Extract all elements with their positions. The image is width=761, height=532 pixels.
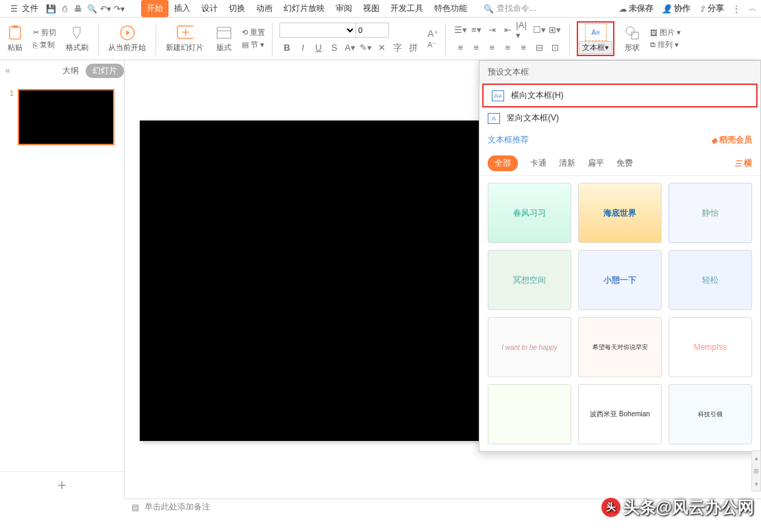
bullets-button[interactable]: ☰▾ (453, 23, 468, 38)
line-spacing-button[interactable]: |A|▾ (516, 23, 531, 38)
indent-inc-button[interactable]: ⇥ (484, 23, 499, 38)
reset-button[interactable]: ⟲重置 (242, 27, 265, 38)
separator (155, 23, 156, 55)
tab-review[interactable]: 审阅 (330, 0, 358, 17)
textbox-icon: A≡ (585, 23, 607, 41)
filter-fresh[interactable]: 清新 (559, 157, 575, 169)
add-slide-button[interactable]: + (0, 471, 124, 498)
highlight-button[interactable]: ✎▾ (358, 40, 373, 55)
save-status[interactable]: ☁未保存 (619, 3, 653, 14)
layout-button[interactable]: 版式 (213, 25, 235, 53)
docer-badge[interactable]: ◆稻壳会员 (711, 134, 752, 146)
template-card[interactable]: 小憩一下 (578, 250, 662, 310)
paste-group[interactable]: 粘贴 (4, 25, 26, 53)
share[interactable]: ⇪分享 (699, 3, 724, 14)
template-card[interactable]: 轻松 (669, 250, 752, 310)
find-icon[interactable]: 🔍 (86, 3, 97, 14)
underline-button[interactable]: U (311, 40, 326, 55)
font-size-input[interactable] (356, 23, 389, 38)
valign-button[interactable]: ⊟ (532, 40, 547, 55)
tab-start[interactable]: 开始 (141, 0, 169, 17)
font-family-select[interactable] (279, 23, 356, 38)
tab-slideshow[interactable]: 幻灯片放映 (278, 0, 330, 17)
image-button[interactable]: 🖼图片▾ (650, 27, 681, 38)
filter-cartoon[interactable]: 卡通 (530, 157, 547, 169)
phonetic-button[interactable]: 拼 (406, 40, 421, 55)
undo-icon[interactable]: ↶▾ (100, 3, 111, 14)
template-card[interactable]: 春风习习 (488, 183, 571, 243)
textbox-button-highlighted[interactable]: A≡ 文本框▾ (577, 21, 614, 56)
numbering-button[interactable]: ≡▾ (469, 23, 484, 38)
collapse-ribbon-icon[interactable]: ︿ (749, 3, 757, 14)
horizontal-textbox-option[interactable]: A≡ 横向文本框(H) (482, 84, 758, 107)
template-card[interactable]: 希望每天对你说早安 (578, 317, 662, 377)
tab-outline[interactable]: 大纲 (62, 65, 79, 77)
print-preview-icon[interactable]: ⎙ (59, 3, 70, 14)
template-card[interactable]: Memphis (669, 317, 752, 377)
template-card[interactable]: 海底世界 (578, 183, 662, 243)
filter-free[interactable]: 免费 (616, 157, 633, 169)
shape-button[interactable]: 形状 (621, 25, 643, 53)
rtl-button[interactable]: ⊡ (547, 40, 562, 55)
template-card[interactable]: 波西米亚 Bohemian (578, 384, 662, 444)
sidetool-up-icon[interactable]: ▴ (755, 455, 758, 461)
new-slide[interactable]: 新建幻灯片 (163, 25, 206, 53)
bold-button[interactable]: B (279, 40, 295, 55)
template-card[interactable]: 静怡 (669, 183, 752, 243)
font-color-button[interactable]: A▾ (342, 40, 358, 55)
file-menu[interactable]: ☰ 文件 (4, 1, 42, 16)
tab-transition[interactable]: 切换 (223, 0, 251, 17)
template-card[interactable]: Fresh (488, 451, 571, 452)
redo-icon[interactable]: ↷▾ (114, 3, 125, 14)
slide-thumbnail-1[interactable]: 1 (10, 89, 114, 145)
italic-button[interactable]: I (295, 40, 310, 55)
tab-design[interactable]: 设计 (196, 0, 223, 17)
align-dist-button[interactable]: ≡ (516, 40, 531, 55)
template-card[interactable]: I want to be happy (488, 317, 571, 377)
shape-icon (624, 25, 640, 41)
template-card[interactable] (578, 451, 662, 452)
tab-devtools[interactable]: 开发工具 (385, 0, 429, 17)
template-card[interactable] (669, 451, 752, 452)
align-center-button[interactable]: ≡ (469, 40, 484, 55)
start-current[interactable]: 从当前开始 (105, 25, 149, 53)
print-icon[interactable]: 🖶 (73, 3, 84, 14)
format-painter[interactable]: 格式刷 (63, 25, 91, 53)
align-right-button[interactable]: ≡ (484, 40, 499, 55)
char-format-button[interactable]: 字 (390, 40, 405, 55)
decrease-font-icon[interactable]: A⁻ (427, 40, 438, 49)
tab-features[interactable]: 特色功能 (429, 0, 473, 17)
align-justify-button[interactable]: ≡ (500, 40, 515, 55)
clear-format-button[interactable]: ✕ (374, 40, 389, 55)
filter-all[interactable]: 全部 (488, 155, 518, 171)
filter-flat[interactable]: 扁平 (588, 157, 604, 169)
collapse-pane-icon[interactable]: « (5, 66, 10, 75)
filter-more[interactable]: ☰横 (734, 157, 752, 169)
strike-button[interactable]: S (327, 40, 342, 55)
arrange-button[interactable]: ⧉排列▾ (650, 40, 681, 50)
command-search[interactable]: 🔍 查找命令... (484, 3, 536, 14)
tab-animation[interactable]: 动画 (251, 0, 278, 17)
vertical-textbox-option[interactable]: A 竖向文本框(V) (479, 107, 760, 129)
save-icon[interactable]: 💾 (45, 3, 56, 14)
text-direction-button[interactable]: ☐▾ (532, 23, 547, 38)
tab-view[interactable]: 视图 (358, 0, 385, 17)
template-card[interactable]: 科技引领 (669, 384, 752, 444)
more-icon[interactable]: ⋮ (732, 4, 740, 14)
template-card[interactable]: 冥想空间 (488, 250, 571, 310)
align-left-button[interactable]: ≡ (453, 40, 468, 55)
sidetool-grid-icon[interactable]: ⊞ (753, 468, 759, 474)
template-card[interactable] (488, 384, 571, 444)
tab-insert[interactable]: 插入 (169, 0, 196, 17)
copy-button[interactable]: ⎘复制 (33, 40, 56, 50)
collaborate[interactable]: 👤协作 (662, 3, 690, 14)
cut-button[interactable]: ✂剪切 (33, 27, 56, 38)
section-button[interactable]: ▤节▾ (242, 40, 265, 50)
reset-icon: ⟲ (242, 28, 248, 37)
sidetool-down-icon[interactable]: ▾ (755, 481, 758, 487)
increase-font-icon[interactable]: A⁺ (427, 28, 438, 39)
columns-button[interactable]: ⊞▾ (547, 23, 562, 38)
tab-slides[interactable]: 幻灯片 (86, 64, 124, 78)
indent-dec-button[interactable]: ⇤ (500, 23, 515, 38)
hamburger-icon: ☰ (8, 3, 19, 14)
